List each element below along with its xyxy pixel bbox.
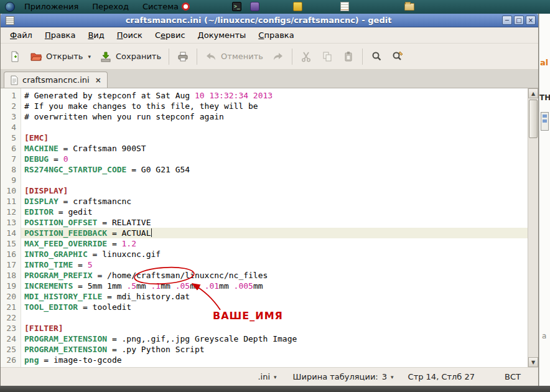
- line-number: 21: [1, 302, 16, 312]
- cursor-position: Стр 14, Стлб 27: [408, 372, 475, 381]
- code-line-1[interactable]: # Generated by stepconf at Sat Aug 10 13…: [24, 90, 528, 101]
- tab-close-icon[interactable]: ×: [95, 76, 101, 85]
- find-button[interactable]: [366, 47, 387, 67]
- line-number: 2: [1, 101, 16, 111]
- background-window[interactable]: al TH a: [539, 14, 550, 386]
- tab-width-dropdown[interactable]: Ширина табуляции: 3 ▾: [290, 371, 397, 383]
- code-line-27[interactable]: gif = image-to-gcode: [24, 365, 528, 367]
- background-text-fragment: a: [542, 332, 546, 340]
- editor-area: 1234567891011121314151617181920212223242…: [1, 88, 538, 367]
- code-line-24[interactable]: PROGRAM_EXTENSION = .png,.gif,.jpg Greys…: [24, 334, 528, 344]
- filetype-dropdown[interactable]: .ini ▾: [254, 371, 279, 383]
- code-line-10[interactable]: [DISPLAY]: [24, 185, 528, 196]
- folder-launcher-icon[interactable]: [404, 1, 414, 12]
- chevron-down-icon[interactable]: ▾: [88, 54, 91, 60]
- copy-button[interactable]: [317, 47, 338, 67]
- toolbar-separator: [292, 49, 292, 65]
- code-line-22[interactable]: [24, 312, 528, 323]
- line-number: 22: [1, 312, 16, 323]
- open-button-label: Открыть: [46, 52, 83, 61]
- code-content[interactable]: # Generated by stepconf at Sat Aug 10 13…: [21, 88, 528, 367]
- code-line-21[interactable]: TOOL_EDITOR = tooledit: [24, 302, 528, 312]
- new-document-icon: [9, 50, 21, 63]
- code-line-3[interactable]: # overwritten when you run stepconf agai…: [24, 111, 528, 122]
- menubar-item-6[interactable]: Справка: [252, 29, 300, 42]
- line-number: 19: [1, 281, 16, 291]
- code-line-19[interactable]: INCREMENTS = 5mm 1mm .5mm .1mm .05mm .01…: [24, 281, 528, 291]
- code-line-5[interactable]: [EMC]: [24, 133, 528, 143]
- redo-button[interactable]: [268, 47, 289, 67]
- redo-icon: [272, 50, 284, 63]
- code-line-20[interactable]: MDI_HISTORY_FILE = mdi_history.dat: [24, 291, 528, 302]
- code-line-4[interactable]: [24, 122, 528, 133]
- menubar-item-3[interactable]: Поиск: [111, 29, 149, 42]
- code-line-9[interactable]: [24, 175, 528, 185]
- menubar-item-0[interactable]: Файл: [4, 29, 39, 42]
- line-number: 4: [1, 122, 16, 133]
- background-text-fragment: TH: [539, 93, 550, 102]
- code-line-8[interactable]: RS274NGC_STARTUP_CODE = G0 G21 G54: [24, 164, 528, 175]
- code-line-11[interactable]: DISPLAY = craftsmancnc: [24, 196, 528, 207]
- paste-button[interactable]: [338, 47, 359, 67]
- purple-app-launcher-icon[interactable]: [249, 1, 260, 12]
- menubar-item-5[interactable]: Документы: [192, 29, 253, 42]
- terminal-launcher-icon[interactable]: >_: [231, 1, 242, 12]
- line-number: 18: [1, 270, 16, 281]
- maximize-button[interactable]: □: [514, 16, 524, 25]
- cut-button[interactable]: [296, 47, 317, 67]
- menubar-item-1[interactable]: Правка: [39, 29, 82, 42]
- code-line-2[interactable]: # If you make changes to this file, they…: [24, 101, 528, 111]
- vertical-scrollbar[interactable]: ▲ ▼: [528, 88, 538, 367]
- code-line-17[interactable]: INTRO_TIME = 5: [24, 259, 528, 270]
- status-bar: .ini ▾ Ширина табуляции: 3 ▾ Стр 14, Стл…: [1, 367, 538, 386]
- undo-icon: [205, 50, 217, 63]
- panel-menu-1[interactable]: Переход: [85, 0, 136, 14]
- search-icon: [370, 50, 383, 63]
- line-number: 9: [1, 175, 16, 185]
- tab-craftsmancnc-ini[interactable]: craftsmancnc.ini ×: [4, 72, 108, 88]
- line-number: 20: [1, 291, 16, 302]
- desktop: ПриложенияПереходСистема >_ al TH a craf…: [0, 0, 550, 392]
- opera-launcher-icon[interactable]: [180, 1, 191, 12]
- line-number: 3: [1, 111, 16, 122]
- code-line-23[interactable]: [FILTER]: [24, 323, 528, 334]
- code-line-12[interactable]: EDITOR = gedit: [24, 207, 528, 217]
- panel-menu-2[interactable]: Система: [136, 0, 185, 14]
- code-line-15[interactable]: MAX_FEED_OVERRIDE = 1.2: [24, 238, 528, 249]
- save-button[interactable]: Сохранить: [95, 47, 165, 67]
- minimize-button[interactable]: −: [502, 16, 512, 25]
- code-line-7[interactable]: DEBUG = 0: [24, 154, 528, 164]
- replace-button[interactable]: [387, 47, 408, 67]
- line-number: 27: [1, 365, 16, 367]
- line-number: 14: [1, 228, 16, 238]
- print-button[interactable]: [172, 47, 193, 67]
- code-line-6[interactable]: MACHINE = Craftsman 900ST: [24, 143, 528, 154]
- new-document-button[interactable]: [4, 47, 26, 67]
- code-line-14[interactable]: POSITION_FEEDBACK = ACTUAL: [21, 228, 528, 238]
- close-button[interactable]: ×: [526, 16, 536, 25]
- toolbar-separator: [197, 49, 197, 65]
- yellow-app-launcher-icon[interactable]: [292, 1, 303, 12]
- code-line-13[interactable]: POSITION_OFFSET = RELATIVE: [24, 217, 528, 228]
- code-line-18[interactable]: PROGRAM_PREFIX = /home/craftsman/linuxcn…: [24, 270, 528, 281]
- line-number: 15: [1, 238, 16, 249]
- distro-menu-icon[interactable]: [5, 2, 15, 12]
- text-file-icon: [10, 75, 19, 85]
- menubar-item-2[interactable]: Вид: [82, 29, 110, 42]
- panel-menu-0[interactable]: Приложения: [17, 0, 85, 14]
- notes-launcher-icon[interactable]: [340, 1, 350, 12]
- line-number: 7: [1, 154, 16, 164]
- code-line-25[interactable]: PROGRAM_EXTENSION = .py Python Script: [24, 344, 528, 355]
- window-titlebar[interactable]: craftsmancnc.ini (~/linuxcnc/configs/cra…: [1, 14, 538, 27]
- line-number: 23: [1, 323, 16, 334]
- copy-icon: [321, 50, 333, 63]
- undo-button[interactable]: Отменить: [200, 47, 268, 67]
- scroll-up-icon[interactable]: ▲: [528, 88, 538, 98]
- scroll-down-icon[interactable]: ▼: [528, 357, 538, 367]
- open-button[interactable]: Открыть ▾: [26, 47, 95, 67]
- code-line-16[interactable]: INTRO_GRAPHIC = linuxcnc.gif: [24, 249, 528, 259]
- code-line-26[interactable]: png = image-to-gcode: [24, 355, 528, 365]
- menubar-item-4[interactable]: Сервис: [149, 29, 192, 42]
- undo-button-label: Отменить: [221, 52, 263, 61]
- scrollbar-thumb[interactable]: [529, 100, 538, 138]
